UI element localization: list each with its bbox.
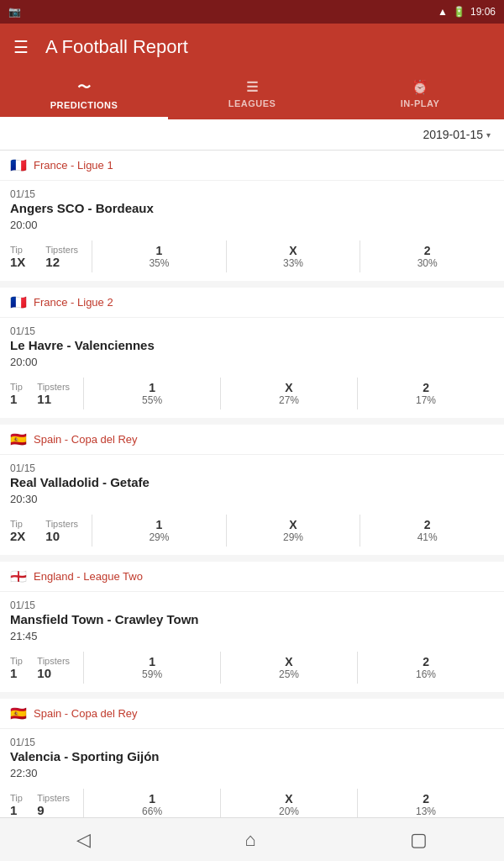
outcome-pct: 17% xyxy=(416,394,436,406)
league-flag: 🇪🇸 xyxy=(10,705,27,721)
outcome-label: X xyxy=(289,244,297,257)
outcome-label: 1 xyxy=(156,518,163,531)
league-flag: 🏴󠁧󠁢󠁥󠁮󠁧󠁿 xyxy=(10,568,27,584)
league-name: England - League Two xyxy=(34,570,143,583)
match-card-5[interactable]: 🇪🇸 Spain - Copa del Rey 01/15 Valencia -… xyxy=(0,699,504,829)
match-card-2[interactable]: 🇫🇷 France - Ligue 2 01/15 Le Havre - Val… xyxy=(0,288,504,418)
predictions-icon: 〜 xyxy=(77,79,92,97)
outcome-0: 1 55% xyxy=(84,378,221,409)
tab-predictions-label: PREDICTIONS xyxy=(50,100,118,110)
tab-predictions[interactable]: 〜 PREDICTIONS xyxy=(0,71,168,119)
tipsters-label: Tipsters xyxy=(37,793,70,803)
nav-bar: ◁ ⌂ ▢ xyxy=(0,817,504,861)
outcome-0: 1 29% xyxy=(92,515,227,547)
league-header: 🏴󠁧󠁢󠁥󠁮󠁧󠁿 England - League Two xyxy=(0,562,504,592)
match-date: 01/15 xyxy=(10,737,35,748)
tip-label: Tip xyxy=(10,656,23,666)
home-button[interactable]: ⌂ xyxy=(244,829,255,851)
outcome-pct: 16% xyxy=(416,668,436,680)
outcome-label: 1 xyxy=(149,792,155,806)
match-info: 01/15 Mansfield Town - Crawley Town 21:4… xyxy=(0,592,504,647)
league-name: France - Ligue 1 xyxy=(34,159,113,172)
outcome-label: X xyxy=(285,792,292,806)
league-flag: 🇫🇷 xyxy=(10,157,27,173)
outcome-label: 2 xyxy=(423,655,429,668)
outcome-label: 1 xyxy=(149,381,155,394)
outcome-pct: 25% xyxy=(279,668,299,680)
match-info: 01/15 Le Havre - Valenciennes 20:00 xyxy=(0,318,504,372)
outcome-pct: 35% xyxy=(149,257,169,269)
outcome-pct: 33% xyxy=(283,257,303,269)
battery-icon: 🔋 xyxy=(453,6,465,18)
inplay-icon: ⏰ xyxy=(412,79,429,95)
prediction-row: Tip 1 Tipsters 11 1 55% X 27% xyxy=(0,372,504,418)
outcome-2: 2 30% xyxy=(360,240,494,272)
outcome-2: 2 16% xyxy=(358,652,494,684)
tip-label: Tip xyxy=(10,382,23,392)
leagues-icon: ☰ xyxy=(246,79,259,95)
match-list: 🇫🇷 France - Ligue 1 01/15 Angers SCO - B… xyxy=(0,151,504,861)
tip-value: 1 xyxy=(10,803,17,817)
prediction-row: Tip 1 Tipsters 10 1 59% X 25% xyxy=(0,647,504,692)
match-date: 01/15 xyxy=(10,600,35,611)
outcome-pct: 66% xyxy=(142,806,162,817)
tipsters-label: Tipsters xyxy=(45,519,78,529)
tip-value: 1 xyxy=(10,392,17,406)
outcome-1: X 20% xyxy=(221,789,358,821)
tab-inplay[interactable]: ⏰ IN-PLAY xyxy=(336,71,504,119)
outcomes: 1 55% X 27% 2 17% xyxy=(83,378,494,409)
tab-leagues-label: LEAGUES xyxy=(228,98,276,108)
match-date: 01/15 xyxy=(10,325,35,337)
match-date: 01/15 xyxy=(10,188,35,200)
app-header: ☰ A Football Report xyxy=(0,24,504,71)
match-card-1[interactable]: 🇫🇷 France - Ligue 1 01/15 Angers SCO - B… xyxy=(0,151,504,281)
match-teams: Mansfield Town - Crawley Town xyxy=(10,612,494,626)
tip-label: Tip xyxy=(10,519,23,529)
tipsters-label: Tipsters xyxy=(37,656,70,666)
match-info: 01/15 Angers SCO - Bordeaux 20:00 xyxy=(0,181,504,235)
match-teams: Angers SCO - Bordeaux xyxy=(10,201,494,215)
match-time: 22:30 xyxy=(10,767,38,779)
tipsters-count: 12 xyxy=(45,255,60,269)
outcomes: 1 35% X 33% 2 30% xyxy=(92,240,494,272)
tipsters-label: Tipsters xyxy=(37,382,70,392)
outcome-pct: 29% xyxy=(149,531,169,543)
league-header: 🇫🇷 France - Ligue 2 xyxy=(0,288,504,318)
outcome-1: X 25% xyxy=(221,652,358,684)
outcome-pct: 55% xyxy=(142,394,162,406)
tipsters-count: 10 xyxy=(45,529,60,543)
outcome-label: X xyxy=(285,381,292,394)
date-dropdown[interactable]: 2019-01-15 ▾ xyxy=(423,128,491,141)
menu-button[interactable]: ☰ xyxy=(13,37,29,57)
tip-value: 2X xyxy=(10,529,25,543)
match-teams: Valencia - Sporting Gijón xyxy=(10,749,494,763)
tab-leagues[interactable]: ☰ LEAGUES xyxy=(168,71,336,119)
recent-button[interactable]: ▢ xyxy=(410,829,428,851)
league-name: Spain - Copa del Rey xyxy=(34,433,138,446)
match-time: 21:45 xyxy=(10,630,38,642)
outcome-pct: 41% xyxy=(417,531,438,543)
outcomes: 1 59% X 25% 2 16% xyxy=(83,652,494,684)
outcome-1: X 29% xyxy=(227,515,361,547)
tipsters-count: 10 xyxy=(37,666,51,680)
back-button[interactable]: ◁ xyxy=(76,829,91,851)
match-card-4[interactable]: 🏴󠁧󠁢󠁥󠁮󠁧󠁿 England - League Two 01/15 Mansf… xyxy=(0,562,504,692)
match-time: 20:00 xyxy=(10,219,38,231)
tab-bar: 〜 PREDICTIONS ☰ LEAGUES ⏰ IN-PLAY xyxy=(0,71,504,119)
outcomes: 1 29% X 29% 2 41% xyxy=(92,515,494,547)
match-info: 01/15 Valencia - Sporting Gijón 22:30 xyxy=(0,729,504,784)
prediction-row: Tip 2X Tipsters 10 1 29% X 29% xyxy=(0,510,504,555)
date-value: 2019-01-15 xyxy=(423,128,483,141)
match-time: 20:30 xyxy=(10,493,38,505)
league-name: Spain - Copa del Rey xyxy=(34,707,138,720)
match-card-3[interactable]: 🇪🇸 Spain - Copa del Rey 01/15 Real Valla… xyxy=(0,425,504,555)
match-teams: Real Valladolid - Getafe xyxy=(10,475,494,489)
outcome-2: 2 17% xyxy=(358,378,494,409)
tab-inplay-label: IN-PLAY xyxy=(401,98,440,108)
outcome-label: 2 xyxy=(423,381,429,394)
league-flag: 🇫🇷 xyxy=(10,294,27,310)
tip-label: Tip xyxy=(10,245,23,255)
outcomes: 1 66% X 20% 2 13% xyxy=(83,789,494,821)
outcome-label: 1 xyxy=(156,244,163,257)
outcome-label: 1 xyxy=(149,655,155,668)
